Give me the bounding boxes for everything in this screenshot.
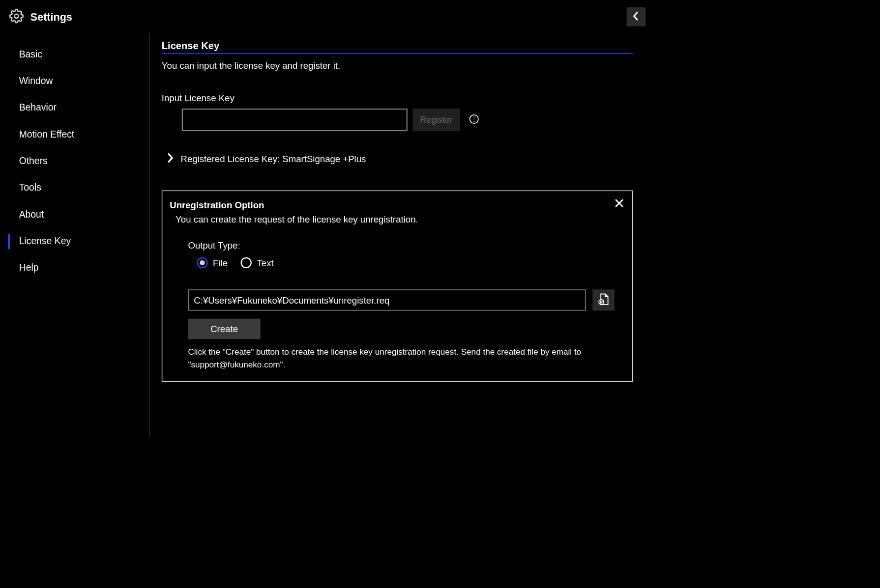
sidebar-item-motion-effect[interactable]: Motion Effect (0, 121, 149, 147)
close-icon[interactable] (614, 198, 624, 209)
sidebar-item-tools[interactable]: Tools (0, 174, 149, 201)
register-button-label: Register (420, 115, 452, 125)
sidebar-item-label: Help (19, 262, 39, 273)
panel-desc: You can create the request of the licens… (170, 214, 622, 225)
section-desc: You can input the license key and regist… (162, 60, 633, 71)
register-button[interactable]: Register (412, 109, 460, 131)
sidebar-item-about[interactable]: About (0, 201, 149, 227)
sidebar-item-label: License Key (19, 235, 71, 246)
sidebar-item-help[interactable]: Help (0, 254, 149, 281)
content-wrap: Basic Window Behavior Motion Effect Othe… (0, 33, 655, 438)
radio-row: File Text (188, 257, 621, 268)
sidebar-item-label: Others (19, 155, 48, 166)
info-icon[interactable] (465, 114, 479, 126)
header-left: Settings (9, 9, 72, 25)
page-title: Settings (30, 11, 72, 23)
sidebar-item-label: About (19, 209, 44, 220)
sidebar-item-behavior[interactable]: Behavior (0, 94, 149, 121)
sidebar-item-others[interactable]: Others (0, 148, 149, 174)
browse-button[interactable] (592, 289, 615, 310)
app-header: Settings (0, 0, 655, 33)
create-button-label: Create (210, 324, 238, 335)
registered-key-label: Registered License Key: (181, 153, 283, 164)
back-button[interactable] (626, 7, 645, 27)
hint-text: Click the "Create" button to create the … (188, 346, 621, 371)
path-row (188, 289, 621, 310)
svg-point-4 (473, 121, 474, 122)
sidebar: Basic Window Behavior Motion Effect Othe… (0, 33, 150, 438)
chevron-left-icon (633, 11, 639, 23)
radio-text-label: Text (257, 257, 274, 268)
panel-title: Unregistration Option (170, 200, 622, 211)
registered-key-value: SmartSignage +Plus (282, 153, 366, 164)
output-type-label: Output Type: (188, 240, 621, 251)
sidebar-item-label: Motion Effect (19, 129, 75, 140)
gear-icon (9, 9, 24, 25)
svg-point-3 (473, 119, 474, 120)
svg-point-2 (473, 116, 474, 117)
chevron-right-icon (167, 152, 174, 165)
radio-button-icon (241, 257, 252, 268)
radio-button-icon (197, 257, 207, 268)
license-input-row: Register (162, 109, 633, 131)
create-button[interactable]: Create (188, 319, 260, 339)
sidebar-item-label: Basic (19, 49, 42, 59)
output-block: Output Type: File Text (170, 240, 622, 371)
registered-key-text: Registered License Key: SmartSignage +Pl… (181, 153, 366, 164)
radio-file-label: File (213, 257, 228, 268)
output-path-input[interactable] (188, 289, 586, 310)
unregistration-panel: Unregistration Option You can create the… (162, 191, 633, 382)
sidebar-item-label: Behavior (19, 102, 57, 113)
sidebar-item-basic[interactable]: Basic (0, 41, 149, 67)
registered-key-toggle[interactable]: Registered License Key: SmartSignage +Pl… (162, 152, 633, 165)
radio-text[interactable]: Text (241, 257, 274, 268)
sidebar-item-label: Window (19, 75, 53, 86)
svg-point-0 (15, 14, 19, 18)
input-license-label: Input License Key (162, 93, 633, 104)
license-key-input[interactable] (182, 109, 408, 131)
file-save-icon (598, 293, 609, 307)
main-content: License Key You can input the license ke… (150, 33, 655, 438)
sidebar-item-window[interactable]: Window (0, 68, 149, 94)
radio-file[interactable]: File (197, 257, 228, 268)
sidebar-item-label: Tools (19, 182, 41, 193)
sidebar-item-license-key[interactable]: License Key (0, 228, 149, 254)
section-title: License Key (162, 40, 633, 54)
